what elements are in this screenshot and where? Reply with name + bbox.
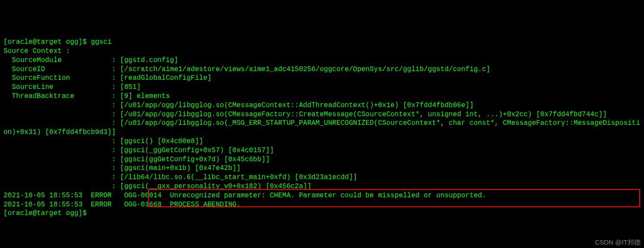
terminal-line: : [/u01/app/ogg/libgglog.so(CMessageFact… [3,110,641,119]
terminal-line: : [/u01/app/ogg/libgglog.so(CMessageCont… [3,101,641,110]
terminal-line: : [ggsci() [0x4c00e8]] [3,137,641,146]
watermark: CSDN @IT邦德 [595,238,641,247]
terminal-prompt[interactable]: [oracle@target ogg]$ [3,209,641,218]
terminal-error-line: 2021-10-05 18:55:53 ERROR OGG-00014 Unre… [3,191,641,200]
terminal-line: SourceID : [/scratch/aime1/adestore/view… [3,65,641,74]
terminal-output[interactable]: [oracle@target ogg]$ ggsciSource Context… [3,38,641,218]
terminal-line: [oracle@target ogg]$ ggsci [3,38,641,47]
terminal-line: : [/lib64/libc.so.6(__libc_start_main+0x… [3,173,641,182]
terminal-line: ThreadBacktrace : [9] elements [3,92,641,101]
terminal-line: SourceModule : [ggstd.config] [3,56,641,65]
terminal-line: : [ggsci(main+0x1b) [0x47e42b]] [3,164,641,173]
terminal-line: : [ggsci(__gxx_personality_v0+0x182) [0x… [3,182,641,191]
terminal-line: : [ggsci(ggGetConfig+0x7d) [0x45c6bb]] [3,155,641,164]
terminal-line: SourceLine : [851] [3,83,641,92]
terminal-error-line: 2021-10-05 18:55:53 ERROR OGG-01668 PROC… [3,200,641,209]
terminal-line: SourceFunction : [readGlobalConfigFile] [3,74,641,83]
terminal-line: Source Context : [3,47,641,56]
terminal-line: : [ggsci(_ggGetConfig+0x57) [0x4c0157]] [3,146,641,155]
terminal-line: : [/u01/app/ogg/libgglog.so(_MSG_ERR_STA… [3,119,641,137]
